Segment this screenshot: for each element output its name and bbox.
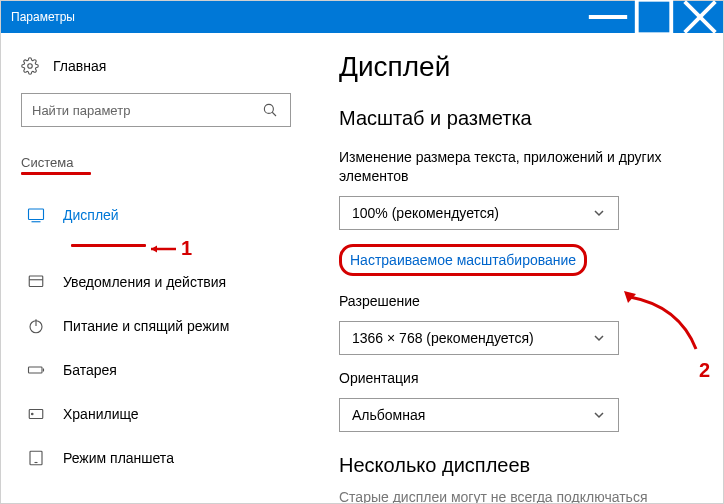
svg-rect-14 (29, 367, 43, 373)
maximize-button[interactable] (631, 1, 677, 33)
tablet-icon (27, 449, 45, 467)
svg-point-5 (264, 104, 273, 113)
annotation-underline (21, 172, 91, 175)
window-title: Параметры (11, 10, 585, 24)
search-icon (260, 100, 280, 120)
minimize-button[interactable] (585, 1, 631, 33)
annotation-oval: Настраиваемое масштабирование (339, 244, 587, 276)
chevron-down-icon (592, 206, 606, 220)
nav-label: Питание и спящий режим (63, 318, 229, 334)
page-title: Дисплей (339, 51, 695, 83)
scale-dropdown[interactable]: 100% (рекомендуется) (339, 196, 619, 230)
home-button[interactable]: Главная (21, 51, 291, 93)
sidebar-item-notifications[interactable]: Уведомления и действия (21, 260, 291, 304)
svg-point-17 (32, 413, 34, 415)
battery-icon (27, 361, 45, 379)
svg-rect-7 (29, 209, 44, 220)
annotation-1: 1 (21, 237, 291, 260)
orientation-dropdown[interactable]: Альбомная (339, 398, 619, 432)
sidebar-item-power[interactable]: Питание и спящий режим (21, 304, 291, 348)
section-multi-title: Несколько дисплеев (339, 454, 695, 477)
home-label: Главная (53, 58, 106, 74)
nav-label: Батарея (63, 362, 117, 378)
custom-scaling-link[interactable]: Настраиваемое масштабирование (350, 252, 576, 268)
nav-label: Уведомления и действия (63, 274, 226, 290)
section-scale-title: Масштаб и разметка (339, 107, 695, 130)
resolution-label: Разрешение (339, 292, 695, 311)
annotation-number-1: 1 (181, 237, 192, 260)
power-icon (27, 317, 45, 335)
sidebar-item-display[interactable]: Дисплей (21, 193, 291, 237)
search-placeholder: Найти параметр (32, 103, 260, 118)
svg-rect-10 (29, 276, 43, 287)
notification-icon (27, 273, 45, 291)
chevron-down-icon (592, 408, 606, 422)
sidebar-item-tablet[interactable]: Режим планшета (21, 436, 291, 480)
nav-label: Дисплей (63, 207, 119, 223)
cutoff-text: Старые дисплеи могут не всегда подключат… (339, 489, 695, 503)
sidebar-item-battery[interactable]: Батарея (21, 348, 291, 392)
orientation-label: Ориентация (339, 369, 695, 388)
monitor-icon (27, 206, 45, 224)
titlebar: Параметры (1, 1, 723, 33)
scale-label: Изменение размера текста, приложений и д… (339, 148, 695, 186)
storage-icon (27, 405, 45, 423)
nav-label: Режим планшета (63, 450, 174, 466)
resolution-value: 1366 × 768 (рекомендуется) (352, 330, 592, 346)
nav-label: Хранилище (63, 406, 139, 422)
resolution-dropdown[interactable]: 1366 × 768 (рекомендуется) (339, 321, 619, 355)
content-pane: Дисплей Масштаб и разметка Изменение раз… (311, 33, 723, 503)
svg-point-4 (28, 64, 33, 69)
scale-value: 100% (рекомендуется) (352, 205, 592, 221)
gear-icon (21, 57, 39, 75)
sidebar-item-storage[interactable]: Хранилище (21, 392, 291, 436)
chevron-down-icon (592, 331, 606, 345)
search-input[interactable]: Найти параметр (21, 93, 291, 127)
orientation-value: Альбомная (352, 407, 592, 423)
svg-rect-1 (637, 0, 672, 34)
annotation-number-2: 2 (699, 359, 710, 382)
sidebar: Главная Найти параметр Система Дисплей 1 (1, 33, 311, 503)
close-button[interactable] (677, 1, 723, 33)
category-label: Система (21, 155, 291, 170)
svg-line-6 (272, 112, 276, 116)
